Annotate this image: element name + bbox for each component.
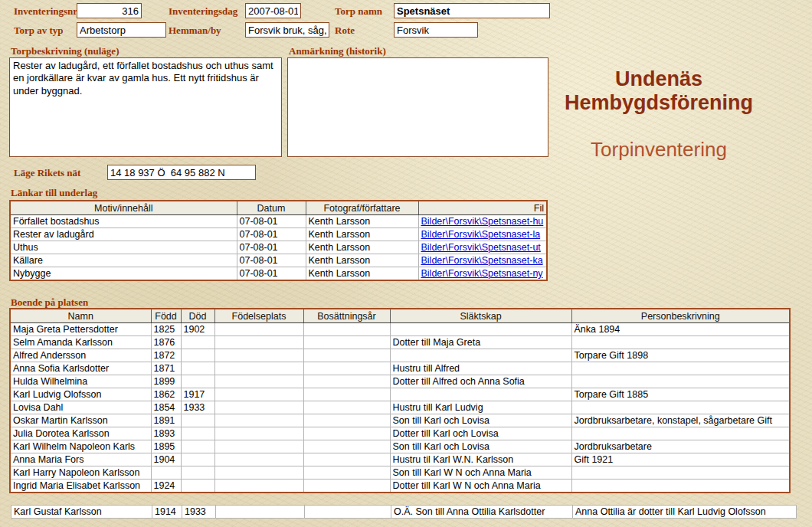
cell-fodelseplats: [214, 427, 303, 440]
resident-row: Anna Sofia Karlsdotter 1871 Hustru till …: [10, 362, 790, 375]
cell-fil: Bilder\Forsvik\Spetsnaset-la: [418, 228, 547, 241]
col-slaktskap: Släktskap: [390, 309, 571, 323]
cell-slaktskap: O.Ä. Son till Anna Ottilia Karlsdotter: [391, 506, 573, 519]
cell-datum: 07-08-01: [237, 228, 306, 241]
cell-personbeskrivning: Jordbruksarbetare: [571, 440, 790, 453]
cell-fotograf: Kenth Larsson: [306, 267, 418, 281]
cell-fodd: [151, 466, 181, 480]
col-fodelseplats: Födelseplats: [214, 309, 303, 323]
cell-fodd: 1854: [151, 401, 181, 414]
resident-row: Hulda Wilhelmina 1899 Dotter till Alfred…: [10, 375, 790, 388]
cell-namn: Karl Wilhelm Napoleon Karls: [10, 440, 151, 453]
col-namn: Namn: [10, 309, 151, 323]
file-link[interactable]: Bilder\Forsvik\Spetsnaset-ny: [421, 268, 543, 279]
torpnamn-label: Torp namn: [335, 5, 382, 18]
rote-label: Rote: [335, 25, 355, 37]
cell-slaktskap: Dotter till Alfred och Anna Sofia: [390, 375, 571, 388]
cell-fodelseplats: [214, 388, 303, 401]
cell-fodelseplats: [214, 440, 303, 453]
cell-bosattningsar: [303, 349, 390, 362]
cell-namn: Julia Dorotea Karlsson: [10, 427, 151, 440]
cell-fodelseplats: [214, 480, 303, 493]
cell-fodd: 1872: [151, 349, 181, 362]
cell-fotograf: Kenth Larsson: [306, 254, 418, 267]
cell-motiv: Förfallet bostadshus: [10, 215, 237, 228]
cell-slaktskap: Dotter till Karl och Lovisa: [390, 427, 571, 440]
cell-personbeskrivning: [571, 480, 790, 493]
residents-heading: Boende på platsen: [11, 296, 88, 309]
col-bosattningsar: Bosättningsår: [303, 309, 390, 323]
inventeringsnr-input[interactable]: [77, 3, 142, 18]
cell-fil: Bilder\Forsvik\Spetsnaset-ny: [418, 267, 547, 281]
cell-bosattningsar: [303, 362, 390, 375]
cell-fil: Bilder\Forsvik\Spetsnaset-ka: [418, 254, 547, 267]
link-row: Källare 07-08-01 Kenth Larsson Bilder\Fo…: [10, 254, 547, 267]
torpnamn-input[interactable]: [394, 3, 550, 18]
resident-row: Alfred Andersson 1872 Torpare Gift 1898: [10, 349, 790, 362]
cell-datum: 07-08-01: [237, 254, 306, 267]
col-dod: Död: [181, 309, 214, 323]
file-link[interactable]: Bilder\Forsvik\Spetsnaset-la: [421, 229, 541, 240]
cell-dod: [181, 414, 214, 427]
cell-bosattningsar: [303, 401, 390, 414]
cell-fodelseplats: [214, 336, 303, 349]
cell-fotograf: Kenth Larsson: [306, 241, 418, 254]
cell-bosattningsar: [303, 427, 390, 440]
cell-bosattningsar: [303, 388, 390, 401]
rote-input[interactable]: [394, 22, 478, 38]
lage-input[interactable]: [107, 165, 256, 180]
cell-bosattningsar: [303, 480, 390, 493]
resident-row: Maja Greta Pettersdotter 1825 1902 Änka …: [10, 323, 790, 336]
cell-personbeskrivning: Torpare Gift 1898: [571, 349, 790, 362]
cell-personbeskrivning: Anna Ottilia är dotter till Karl Ludvig …: [573, 506, 797, 519]
cell-slaktskap: Dotter till Maja Greta: [390, 336, 571, 349]
file-link[interactable]: Bilder\Forsvik\Spetsnaset-ut: [421, 242, 541, 253]
cell-dod: [181, 480, 214, 493]
cell-fotograf: Kenth Larsson: [306, 215, 418, 228]
col-fotograf: Fotograf/författare: [306, 201, 418, 215]
cell-fodelseplats: [214, 362, 303, 375]
hemmanby-input[interactable]: [245, 22, 329, 38]
resident-row: Lovisa Dahl 1854 1933 Hustru till Karl L…: [10, 401, 790, 414]
resident-row: Karl Ludvig Olofsson 1862 1917 Torpare G…: [10, 388, 790, 401]
cell-namn: Anna Sofia Karlsdotter: [10, 362, 151, 375]
file-link[interactable]: Bilder\Forsvik\Spetsnaset-ka: [421, 255, 543, 266]
cell-slaktskap: Son till Karl W N och Anna Maria: [390, 466, 571, 480]
cell-namn: Karl Harry Napoleon Karlsson: [10, 466, 151, 480]
torpavtyp-label: Torp av typ: [14, 25, 64, 37]
cell-fodelseplats: [214, 466, 303, 480]
cell-personbeskrivning: Änka 1894: [571, 323, 790, 336]
cell-slaktskap: Hustru till Karl Ludvig: [390, 401, 571, 414]
page-subtitle: Torpinventering: [555, 138, 762, 162]
cell-slaktskap: Dotter till Karl W N och Anna Maria: [390, 480, 571, 493]
file-link[interactable]: Bilder\Forsvik\Spetsnaset-hu: [421, 216, 544, 227]
link-row: Rester av ladugård 07-08-01 Kenth Larsso…: [10, 228, 547, 241]
inventeringsnr-label: Inventeringsnr: [14, 5, 77, 18]
cell-dod: 1917: [181, 388, 214, 401]
torpavtyp-input[interactable]: [77, 22, 166, 38]
cell-fodd: 1871: [151, 362, 181, 375]
cell-fodelseplats: [216, 506, 305, 519]
cell-personbeskrivning: Torpare Gift 1885: [571, 388, 790, 401]
anmarkning-textarea[interactable]: [287, 57, 548, 157]
cell-datum: 07-08-01: [237, 267, 306, 281]
cell-datum: 07-08-01: [237, 215, 306, 228]
link-row: Nybygge 07-08-01 Kenth Larsson Bilder\Fo…: [10, 267, 547, 281]
cell-dod: [181, 375, 214, 388]
resident-row: Oskar Martin Karlsson 1891 Son till Karl…: [10, 414, 790, 427]
cell-personbeskrivning: [571, 466, 790, 480]
hemmanby-label: Hemman/by: [169, 25, 221, 37]
cell-dod: [181, 453, 214, 466]
cell-motiv: Uthus: [10, 241, 237, 254]
cell-personbeskrivning: [571, 336, 790, 349]
torpbeskrivning-textarea[interactable]: Rester av ladugård, ett förfallet bostad…: [9, 57, 282, 157]
cell-fodd: 1904: [151, 453, 181, 466]
inventeringsdag-input[interactable]: [245, 3, 301, 18]
org-title: Undenäs Hembygdsförening: [555, 67, 762, 115]
links-table: Motiv/innehåll Datum Fotograf/författare…: [9, 200, 548, 281]
resident-row: Ingrid Maria Elisabet Karlsson 1924 Dott…: [10, 480, 790, 493]
cell-personbeskrivning: [571, 427, 790, 440]
cell-personbeskrivning: [571, 401, 790, 414]
cell-motiv: Källare: [10, 254, 237, 267]
cell-slaktskap: [390, 323, 571, 336]
